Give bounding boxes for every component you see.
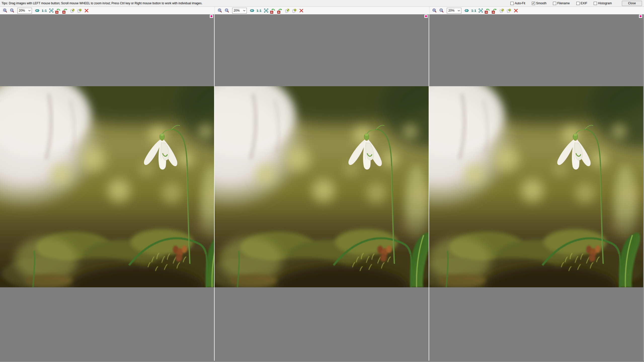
snowdrop-photo bbox=[215, 86, 429, 287]
fit-to-window-button[interactable] bbox=[249, 7, 256, 14]
actual-size-label: 1:1 bbox=[257, 9, 262, 13]
zoom-level-value: 20% bbox=[234, 9, 240, 12]
fit-to-window-icon bbox=[250, 8, 254, 13]
zoom-out-icon bbox=[439, 8, 444, 13]
checkbox-histogram[interactable]: Histogram bbox=[594, 2, 612, 5]
previous-image-icon bbox=[285, 8, 290, 13]
actual-size-button[interactable]: 1:1 bbox=[470, 7, 477, 14]
checkbox-label: Filename bbox=[557, 2, 570, 5]
checkbox-label: Auto-Fit bbox=[515, 2, 525, 5]
previous-image-button[interactable] bbox=[69, 7, 76, 14]
rotate-90-badge: 90 bbox=[62, 11, 65, 14]
checkbox-box[interactable] bbox=[594, 2, 597, 5]
chevron-down-icon bbox=[243, 10, 246, 11]
remove-image-icon bbox=[84, 8, 89, 13]
zoom-in-icon bbox=[3, 8, 7, 13]
zoom-level-select[interactable]: 20% bbox=[17, 8, 32, 14]
previous-image-icon bbox=[70, 8, 75, 13]
chevron-down-icon bbox=[28, 10, 31, 11]
next-image-icon bbox=[77, 8, 82, 13]
next-image-button[interactable] bbox=[291, 7, 298, 14]
chevron-down-icon bbox=[458, 10, 460, 11]
zoom-out-icon bbox=[225, 8, 229, 13]
actual-size-label: 1:1 bbox=[471, 9, 476, 13]
fit-to-window-button[interactable] bbox=[34, 7, 41, 14]
remove-image-button[interactable] bbox=[298, 7, 305, 14]
remove-image-button[interactable] bbox=[512, 7, 519, 14]
tips-bar: Tips: Drag images with LEFT mouse button… bbox=[0, 0, 644, 7]
checkbox-smooth[interactable]: ✓ Smooth bbox=[532, 2, 546, 5]
zoom-level-select[interactable]: 20% bbox=[232, 8, 247, 14]
image-panel-middle[interactable] bbox=[214, 14, 429, 361]
previous-image-button[interactable] bbox=[498, 7, 505, 14]
checkbox-exif[interactable]: EXIF bbox=[576, 2, 587, 5]
image-panel-left[interactable] bbox=[0, 14, 214, 361]
checkbox-label: Histogram bbox=[598, 2, 612, 5]
fit-to-screen-icon bbox=[478, 8, 483, 13]
zoom-in-button[interactable] bbox=[216, 7, 223, 14]
checkbox-box[interactable] bbox=[553, 2, 556, 5]
actual-size-label: 1:1 bbox=[42, 9, 47, 13]
panel-3-toolbar: 20% 1:1 90 90 bbox=[429, 7, 644, 14]
actual-size-button[interactable]: 1:1 bbox=[41, 7, 48, 14]
fit-to-screen-icon bbox=[49, 8, 54, 13]
rotate-right-button[interactable]: 90 bbox=[491, 7, 498, 14]
zoom-in-icon bbox=[432, 8, 437, 13]
view-options: Auto-Fit ✓ Smooth Filename EXIF Histogra… bbox=[510, 0, 642, 7]
rotate-90-badge: 90 bbox=[270, 11, 273, 14]
actual-size-button[interactable]: 1:1 bbox=[256, 7, 263, 14]
panel-2-toolbar: 20% 1:1 90 90 bbox=[215, 7, 429, 14]
rotate-right-button[interactable]: 90 bbox=[277, 7, 284, 14]
window-bottom-edge bbox=[0, 361, 644, 362]
fit-to-screen-button[interactable] bbox=[263, 7, 270, 14]
zoom-out-icon bbox=[10, 8, 14, 13]
zoom-in-button[interactable] bbox=[2, 7, 9, 14]
zoom-in-button[interactable] bbox=[431, 7, 438, 14]
tips-text: Tips: Drag images with LEFT mouse button… bbox=[0, 2, 203, 5]
selection-marker bbox=[210, 15, 213, 18]
rotate-90-badge: 90 bbox=[55, 11, 58, 14]
checkbox-filename[interactable]: Filename bbox=[553, 2, 570, 5]
zoom-in-icon bbox=[218, 8, 222, 13]
fit-to-window-icon bbox=[35, 8, 39, 13]
remove-image-icon bbox=[299, 8, 304, 13]
snowdrop-photo bbox=[0, 86, 214, 287]
remove-image-button[interactable] bbox=[83, 7, 90, 14]
checkbox-box[interactable] bbox=[576, 2, 580, 5]
checkbox-label: EXIF bbox=[581, 2, 587, 5]
rotate-right-button[interactable]: 90 bbox=[62, 7, 69, 14]
zoom-out-button[interactable] bbox=[438, 7, 445, 14]
compare-panels bbox=[0, 14, 644, 361]
next-image-icon bbox=[292, 8, 297, 13]
close-button[interactable]: Close bbox=[622, 1, 642, 6]
previous-image-button[interactable] bbox=[284, 7, 291, 14]
rotate-left-button[interactable]: 90 bbox=[270, 7, 277, 14]
rotate-90-badge: 90 bbox=[277, 11, 280, 14]
image-panel-right[interactable] bbox=[429, 14, 643, 361]
rotate-90-badge: 90 bbox=[485, 11, 488, 14]
checkbox-auto-fit[interactable]: Auto-Fit bbox=[510, 2, 525, 5]
zoom-out-button[interactable] bbox=[223, 7, 230, 14]
checkbox-box[interactable]: ✓ bbox=[532, 2, 535, 5]
zoom-out-button[interactable] bbox=[9, 7, 16, 14]
fit-to-screen-button[interactable] bbox=[477, 7, 484, 14]
rotate-left-button[interactable]: 90 bbox=[484, 7, 491, 14]
next-image-button[interactable] bbox=[76, 7, 83, 14]
zoom-level-value: 20% bbox=[448, 9, 454, 12]
fit-to-window-icon bbox=[464, 8, 469, 13]
remove-image-icon bbox=[514, 8, 518, 13]
panel-1-toolbar: 20% 1:1 90 90 bbox=[0, 7, 215, 14]
rotate-left-button[interactable]: 90 bbox=[55, 7, 62, 14]
checkbox-label: Smooth bbox=[536, 2, 546, 5]
next-image-icon bbox=[507, 8, 511, 13]
fit-to-window-button[interactable] bbox=[463, 7, 470, 14]
snowdrop-photo bbox=[429, 86, 643, 287]
selection-marker bbox=[639, 15, 642, 18]
next-image-button[interactable] bbox=[505, 7, 512, 14]
fit-to-screen-button[interactable] bbox=[48, 7, 55, 14]
checkbox-box[interactable] bbox=[510, 2, 514, 5]
rotate-90-badge: 90 bbox=[492, 11, 495, 14]
zoom-level-value: 20% bbox=[19, 9, 25, 12]
zoom-level-select[interactable]: 20% bbox=[447, 8, 461, 14]
previous-image-icon bbox=[500, 8, 504, 13]
